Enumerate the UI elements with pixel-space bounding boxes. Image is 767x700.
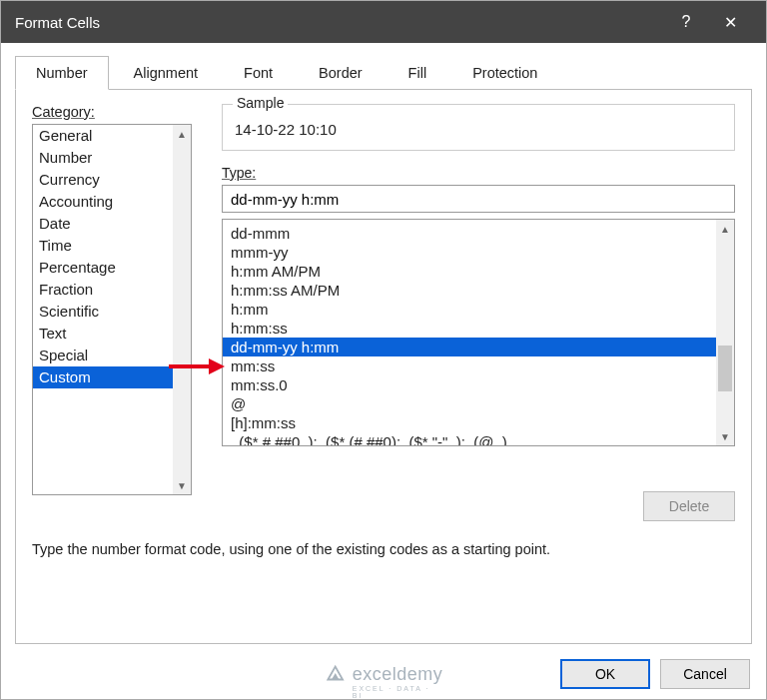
delete-button[interactable]: Delete bbox=[643, 491, 735, 521]
category-item[interactable]: Scientific bbox=[33, 301, 175, 323]
svg-marker-3 bbox=[332, 673, 339, 679]
scroll-down-icon[interactable]: ▼ bbox=[716, 427, 734, 445]
titlebar: Format Cells ? ✕ bbox=[1, 1, 766, 43]
category-listbox[interactable]: GeneralNumberCurrencyAccountingDateTimeP… bbox=[32, 124, 192, 495]
watermark-logo: exceldemy EXCEL · DATA · BI bbox=[325, 663, 443, 685]
category-item[interactable]: Text bbox=[33, 323, 175, 345]
category-item[interactable]: Accounting bbox=[33, 191, 175, 213]
category-item[interactable]: Percentage bbox=[33, 257, 175, 279]
type-scrollbar[interactable]: ▲ ▼ bbox=[716, 220, 734, 445]
type-list-item[interactable]: h:mm:ss AM/PM bbox=[223, 281, 716, 300]
tab-alignment[interactable]: Alignment bbox=[113, 56, 219, 90]
type-list-item[interactable]: h:mm:ss bbox=[223, 319, 716, 338]
type-list-item[interactable]: dd-mmm bbox=[223, 224, 716, 243]
sample-legend: Sample bbox=[233, 95, 288, 111]
type-list-item[interactable]: mm:ss.0 bbox=[223, 375, 716, 394]
dialog-footer: exceldemy EXCEL · DATA · BI OK Cancel bbox=[1, 649, 766, 699]
scroll-thumb[interactable] bbox=[718, 346, 732, 391]
category-item[interactable]: Date bbox=[33, 213, 175, 235]
type-list-item[interactable]: [h]:mm:ss bbox=[223, 413, 716, 432]
category-item[interactable]: Fraction bbox=[33, 279, 175, 301]
tab-strip: NumberAlignmentFontBorderFillProtection bbox=[15, 55, 752, 90]
type-list-item[interactable]: h:mm bbox=[223, 300, 716, 319]
window-title: Format Cells bbox=[15, 14, 664, 31]
type-list-item[interactable]: dd-mm-yy h:mm bbox=[223, 338, 716, 356]
description-text: Type the number format code, using one o… bbox=[32, 541, 735, 557]
type-list-item[interactable]: mmm-yy bbox=[223, 243, 716, 262]
scroll-down-icon[interactable]: ▼ bbox=[173, 476, 191, 494]
category-item[interactable]: Special bbox=[33, 345, 175, 366]
sample-value: 14-10-22 10:10 bbox=[235, 121, 722, 138]
sample-group: Sample 14-10-22 10:10 bbox=[222, 104, 735, 151]
category-scrollbar[interactable]: ▲ ▼ bbox=[173, 125, 191, 494]
tab-border[interactable]: Border bbox=[298, 56, 384, 90]
category-item[interactable]: Currency bbox=[33, 169, 175, 191]
type-input[interactable] bbox=[222, 185, 735, 213]
type-label: Type: bbox=[222, 165, 735, 181]
category-item[interactable]: Time bbox=[33, 235, 175, 257]
type-list-item[interactable]: @ bbox=[223, 394, 716, 413]
help-button[interactable]: ? bbox=[664, 1, 708, 43]
scroll-up-icon[interactable]: ▲ bbox=[716, 220, 734, 238]
category-item[interactable]: General bbox=[33, 125, 175, 147]
number-panel: Category: GeneralNumberCurrencyAccountin… bbox=[15, 90, 752, 644]
type-list-item[interactable]: h:mm AM/PM bbox=[223, 262, 716, 281]
tab-protection[interactable]: Protection bbox=[451, 56, 558, 90]
type-list-item[interactable]: _($* #,##0_);_($* (#,##0);_($* "-"_);_(@… bbox=[223, 432, 716, 445]
category-label: Category: bbox=[32, 104, 192, 120]
scroll-up-icon[interactable]: ▲ bbox=[173, 125, 191, 143]
tab-number[interactable]: Number bbox=[15, 56, 109, 90]
type-listbox[interactable]: dd-mmmmmm-yyh:mm AM/PMh:mm:ss AM/PMh:mmh… bbox=[222, 219, 735, 446]
type-list-item[interactable]: mm:ss bbox=[223, 356, 716, 375]
category-item[interactable]: Number bbox=[33, 147, 175, 169]
tab-fill[interactable]: Fill bbox=[387, 56, 448, 90]
ok-button[interactable]: OK bbox=[560, 659, 650, 689]
close-button[interactable]: ✕ bbox=[708, 1, 752, 43]
tab-font[interactable]: Font bbox=[223, 56, 294, 90]
category-item[interactable]: Custom bbox=[33, 366, 175, 388]
cancel-button[interactable]: Cancel bbox=[660, 659, 750, 689]
